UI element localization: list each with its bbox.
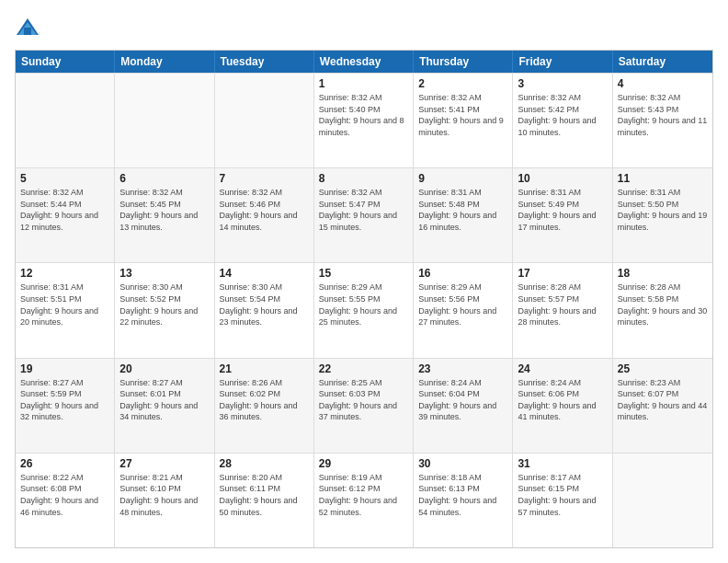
day-number: 29: [319, 457, 408, 470]
day-number: 31: [518, 457, 607, 470]
cal-day-16: 16Sunrise: 8:29 AM Sunset: 5:56 PM Dayli…: [414, 263, 513, 357]
day-number: 10: [518, 172, 607, 185]
cal-empty-cell: [16, 74, 115, 167]
day-number: 17: [518, 267, 607, 280]
cal-day-17: 17Sunrise: 8:28 AM Sunset: 5:57 PM Dayli…: [513, 263, 612, 357]
cal-day-26: 26Sunrise: 8:22 AM Sunset: 6:08 PM Dayli…: [16, 454, 115, 547]
logo-icon: [15, 15, 40, 40]
cal-empty-cell: [215, 74, 314, 167]
cal-day-13: 13Sunrise: 8:30 AM Sunset: 5:52 PM Dayli…: [115, 263, 214, 357]
day-info: Sunrise: 8:27 AM Sunset: 5:59 PM Dayligh…: [20, 377, 109, 423]
cal-week-5: 26Sunrise: 8:22 AM Sunset: 6:08 PM Dayli…: [16, 453, 712, 547]
day-info: Sunrise: 8:17 AM Sunset: 6:15 PM Dayligh…: [518, 472, 607, 518]
cal-day-28: 28Sunrise: 8:20 AM Sunset: 6:11 PM Dayli…: [215, 454, 314, 547]
cal-header-friday: Friday: [513, 51, 612, 73]
cal-week-3: 12Sunrise: 8:31 AM Sunset: 5:51 PM Dayli…: [16, 262, 712, 357]
cal-day-21: 21Sunrise: 8:26 AM Sunset: 6:02 PM Dayli…: [215, 359, 314, 453]
day-number: 12: [20, 267, 109, 280]
day-info: Sunrise: 8:31 AM Sunset: 5:50 PM Dayligh…: [618, 187, 708, 233]
day-number: 4: [618, 77, 708, 90]
cal-day-3: 3Sunrise: 8:32 AM Sunset: 5:42 PM Daylig…: [513, 74, 612, 167]
day-info: Sunrise: 8:29 AM Sunset: 5:55 PM Dayligh…: [319, 282, 408, 327]
logo: [15, 15, 44, 40]
day-info: Sunrise: 8:32 AM Sunset: 5:43 PM Dayligh…: [618, 92, 708, 138]
day-number: 16: [418, 267, 507, 280]
day-number: 13: [119, 267, 209, 280]
day-info: Sunrise: 8:28 AM Sunset: 5:58 PM Dayligh…: [618, 282, 708, 327]
cal-header-sunday: Sunday: [16, 51, 115, 73]
day-number: 7: [220, 172, 309, 185]
day-info: Sunrise: 8:31 AM Sunset: 5:48 PM Dayligh…: [418, 187, 507, 233]
day-info: Sunrise: 8:25 AM Sunset: 6:03 PM Dayligh…: [319, 377, 408, 423]
cal-day-29: 29Sunrise: 8:19 AM Sunset: 6:12 PM Dayli…: [314, 454, 414, 547]
calendar: SundayMondayTuesdayWednesdayThursdayFrid…: [15, 50, 713, 548]
day-number: 15: [319, 267, 408, 280]
day-number: 18: [618, 267, 708, 280]
day-info: Sunrise: 8:32 AM Sunset: 5:42 PM Dayligh…: [518, 92, 607, 138]
day-info: Sunrise: 8:28 AM Sunset: 5:57 PM Dayligh…: [518, 282, 607, 327]
day-number: 9: [418, 172, 507, 185]
day-number: 25: [618, 362, 708, 375]
day-number: 8: [319, 172, 408, 185]
day-info: Sunrise: 8:31 AM Sunset: 5:51 PM Dayligh…: [20, 282, 109, 327]
cal-day-2: 2Sunrise: 8:32 AM Sunset: 5:41 PM Daylig…: [414, 74, 513, 167]
day-info: Sunrise: 8:21 AM Sunset: 6:10 PM Dayligh…: [119, 472, 209, 518]
cal-day-10: 10Sunrise: 8:31 AM Sunset: 5:49 PM Dayli…: [513, 168, 612, 262]
cal-day-11: 11Sunrise: 8:31 AM Sunset: 5:50 PM Dayli…: [613, 168, 712, 262]
day-info: Sunrise: 8:32 AM Sunset: 5:44 PM Dayligh…: [20, 187, 109, 233]
cal-day-8: 8Sunrise: 8:32 AM Sunset: 5:47 PM Daylig…: [314, 168, 414, 262]
cal-day-18: 18Sunrise: 8:28 AM Sunset: 5:58 PM Dayli…: [613, 263, 712, 357]
cal-day-22: 22Sunrise: 8:25 AM Sunset: 6:03 PM Dayli…: [314, 359, 414, 453]
cal-week-1: 1Sunrise: 8:32 AM Sunset: 5:40 PM Daylig…: [16, 73, 712, 167]
day-number: 5: [20, 172, 109, 185]
cal-header-monday: Monday: [115, 51, 214, 73]
day-info: Sunrise: 8:18 AM Sunset: 6:13 PM Dayligh…: [418, 472, 507, 518]
cal-header-tuesday: Tuesday: [215, 51, 314, 73]
day-info: Sunrise: 8:30 AM Sunset: 5:52 PM Dayligh…: [119, 282, 209, 327]
cal-day-7: 7Sunrise: 8:32 AM Sunset: 5:46 PM Daylig…: [215, 168, 314, 262]
day-info: Sunrise: 8:31 AM Sunset: 5:49 PM Dayligh…: [518, 187, 607, 233]
day-info: Sunrise: 8:32 AM Sunset: 5:47 PM Dayligh…: [319, 187, 408, 233]
header: [15, 15, 713, 40]
cal-day-9: 9Sunrise: 8:31 AM Sunset: 5:48 PM Daylig…: [414, 168, 513, 262]
cal-day-5: 5Sunrise: 8:32 AM Sunset: 5:44 PM Daylig…: [16, 168, 115, 262]
day-number: 22: [319, 362, 408, 375]
day-info: Sunrise: 8:26 AM Sunset: 6:02 PM Dayligh…: [220, 377, 309, 423]
day-info: Sunrise: 8:29 AM Sunset: 5:56 PM Dayligh…: [418, 282, 507, 327]
page: SundayMondayTuesdayWednesdayThursdayFrid…: [0, 0, 728, 563]
cal-day-12: 12Sunrise: 8:31 AM Sunset: 5:51 PM Dayli…: [16, 263, 115, 357]
day-info: Sunrise: 8:23 AM Sunset: 6:07 PM Dayligh…: [618, 377, 708, 423]
day-number: 1: [319, 77, 408, 90]
day-number: 6: [119, 172, 209, 185]
cal-header-wednesday: Wednesday: [314, 51, 414, 73]
day-info: Sunrise: 8:24 AM Sunset: 6:04 PM Dayligh…: [418, 377, 507, 423]
cal-day-20: 20Sunrise: 8:27 AM Sunset: 6:01 PM Dayli…: [115, 359, 214, 453]
cal-day-24: 24Sunrise: 8:24 AM Sunset: 6:06 PM Dayli…: [513, 359, 612, 453]
day-number: 27: [119, 457, 209, 470]
cal-header-thursday: Thursday: [414, 51, 513, 73]
day-number: 14: [220, 267, 309, 280]
day-info: Sunrise: 8:30 AM Sunset: 5:54 PM Dayligh…: [220, 282, 309, 327]
day-number: 3: [518, 77, 607, 90]
cal-day-19: 19Sunrise: 8:27 AM Sunset: 5:59 PM Dayli…: [16, 359, 115, 453]
day-info: Sunrise: 8:20 AM Sunset: 6:11 PM Dayligh…: [220, 472, 309, 518]
day-number: 28: [220, 457, 309, 470]
day-number: 30: [418, 457, 507, 470]
cal-day-27: 27Sunrise: 8:21 AM Sunset: 6:10 PM Dayli…: [115, 454, 214, 547]
calendar-header: SundayMondayTuesdayWednesdayThursdayFrid…: [16, 51, 712, 73]
cal-week-2: 5Sunrise: 8:32 AM Sunset: 5:44 PM Daylig…: [16, 167, 712, 262]
svg-rect-2: [24, 28, 31, 35]
cal-day-23: 23Sunrise: 8:24 AM Sunset: 6:04 PM Dayli…: [414, 359, 513, 453]
cal-day-14: 14Sunrise: 8:30 AM Sunset: 5:54 PM Dayli…: [215, 263, 314, 357]
day-info: Sunrise: 8:32 AM Sunset: 5:40 PM Dayligh…: [319, 92, 408, 138]
cal-empty-cell: [613, 454, 712, 547]
day-info: Sunrise: 8:27 AM Sunset: 6:01 PM Dayligh…: [119, 377, 209, 423]
day-number: 23: [418, 362, 507, 375]
cal-header-saturday: Saturday: [613, 51, 712, 73]
cal-day-30: 30Sunrise: 8:18 AM Sunset: 6:13 PM Dayli…: [414, 454, 513, 547]
day-number: 21: [220, 362, 309, 375]
day-info: Sunrise: 8:32 AM Sunset: 5:46 PM Dayligh…: [220, 187, 309, 233]
day-number: 11: [618, 172, 708, 185]
cal-day-6: 6Sunrise: 8:32 AM Sunset: 5:45 PM Daylig…: [115, 168, 214, 262]
cal-day-31: 31Sunrise: 8:17 AM Sunset: 6:15 PM Dayli…: [513, 454, 612, 547]
